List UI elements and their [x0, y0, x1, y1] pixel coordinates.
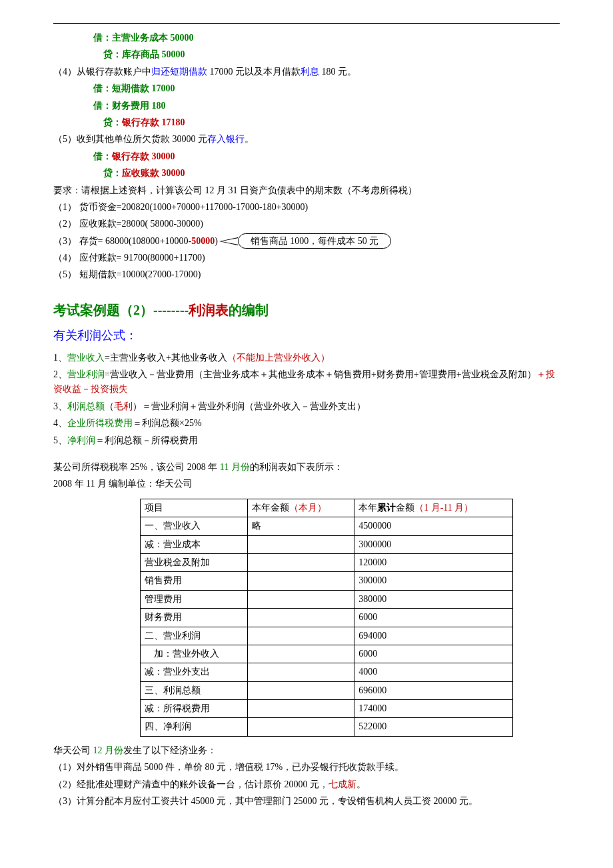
- text-highlight: 11 月份: [220, 462, 250, 472]
- table-cell: [247, 645, 354, 663]
- table-cell: [247, 553, 354, 571]
- table-cell: [247, 609, 354, 627]
- income-statement-table: 项目 本年金额（本月） 本年累计金额（1 月-11 月） 一、营业收入略4500…: [140, 499, 513, 737]
- table-cell: [247, 535, 354, 553]
- table-cell: [247, 572, 354, 590]
- table-row: 四、净利润522000: [141, 718, 513, 736]
- table-cell: 减：营业成本: [141, 535, 248, 553]
- text: 2、: [53, 369, 67, 379]
- text: 17000 元以及本月借款: [207, 67, 301, 77]
- text: 3、: [53, 401, 67, 411]
- business-item: （1）对外销售甲商品 5000 件，单价 80 元，增值税 17%，已办妥银行托…: [53, 760, 560, 775]
- table-cell: 522000: [354, 718, 513, 736]
- table-cell: 174000: [354, 700, 513, 718]
- table-cell: 销售费用: [141, 572, 248, 590]
- text-highlight: 银行存款 17180: [122, 117, 185, 127]
- title-part-a: 考试案例题（2）--------: [53, 303, 189, 317]
- formula-5: 5、净利润＝利润总额－所得税费用: [53, 433, 560, 448]
- title-part-c: 的编制: [229, 303, 269, 317]
- table-cell: [247, 590, 354, 608]
- table-cell: 380000: [354, 590, 513, 608]
- text: =营业收入－营业费用（主营业务成本＋其他业务成本＋销售费用+财务费用+管理费用+…: [105, 369, 536, 379]
- journal-entry: 贷：库存商品 50000: [53, 47, 560, 62]
- table-cell: 一、营业收入: [141, 517, 248, 535]
- formula-1: 1、营业收入=主营业务收入+其他业务收入（不能加上营业外收入）: [53, 351, 560, 365]
- business-item: （3）计算分配本月应付工资共计 45000 元，其中管理部门 25000 元，专…: [53, 794, 560, 809]
- text: 180 元。: [319, 67, 356, 77]
- callout-text: 销售商品 1000，每件成本 50 元: [238, 233, 392, 249]
- text: 发生了以下经济业务：: [123, 745, 217, 755]
- term: 营业利润: [67, 369, 105, 379]
- table-cell: 3000000: [354, 535, 513, 553]
- table-cell: 二、营业利润: [141, 627, 248, 645]
- journal-entry: 借：短期借款 17000: [53, 81, 560, 96]
- bottom-intro: 华天公司 12 月份发生了以下经济业务：: [53, 743, 560, 758]
- text: （5）收到其他单位所欠货款 30000 元: [53, 134, 207, 144]
- table-cell: 4000: [354, 663, 513, 681]
- text: （: [105, 401, 114, 411]
- text: 1、: [53, 353, 67, 363]
- table-row: 减：所得税费用174000: [141, 700, 513, 718]
- text: （4）从银行存款账户中: [53, 67, 151, 77]
- journal-entry: 贷：银行存款 17180: [53, 115, 560, 130]
- text-highlight: 七成新: [328, 779, 356, 789]
- table-header: 项目 本年金额（本月） 本年累计金额（1 月-11 月）: [141, 499, 513, 517]
- col-month: 本年金额（本月）: [247, 499, 354, 517]
- term: 营业收入: [67, 353, 105, 363]
- title-part-b: 利润表: [189, 303, 229, 317]
- text-highlight: 应收账款 30000: [122, 168, 185, 178]
- table-row: 加：营业外收入6000: [141, 645, 513, 663]
- text-highlight: 12 月份: [93, 745, 124, 755]
- text: 华天公司: [53, 745, 93, 755]
- text-highlight: （本月）: [289, 503, 326, 513]
- table-row: 销售费用300000: [141, 572, 513, 590]
- table-cell: 加：营业外收入: [141, 645, 248, 663]
- table-cell: 管理费用: [141, 590, 248, 608]
- table-cell: 营业税金及附加: [141, 553, 248, 571]
- term: 净利润: [67, 435, 95, 445]
- text: 5、: [53, 435, 67, 445]
- text: 金额: [396, 503, 414, 513]
- text: 借：: [93, 151, 112, 161]
- journal-entry: 借：银行存款 30000: [53, 149, 560, 164]
- text: ＝利润总额－所得税费用: [95, 435, 198, 445]
- table-row: 管理费用380000: [141, 590, 513, 608]
- item-4: （4）从银行存款账户中归还短期借款 17000 元以及本月借款利息 180 元。: [53, 65, 560, 79]
- text: （2）经批准处理财产清查中的账外设备一台，估计原价 20000 元，: [53, 779, 328, 789]
- text: 本年金额: [252, 503, 289, 513]
- table-row: 减：营业成本3000000: [141, 535, 513, 553]
- text: ): [215, 234, 218, 249]
- callout-tail-icon: [219, 237, 238, 245]
- text: 4、: [53, 418, 67, 428]
- text-highlight: 银行存款 30000: [112, 151, 175, 161]
- table-cell: 4500000: [354, 517, 513, 535]
- text: 。: [356, 779, 366, 789]
- subtitle: 有关利润公式：: [53, 326, 560, 345]
- text-highlight: 存入银行: [207, 134, 245, 144]
- text-highlight: （1 月-11 月）: [414, 503, 473, 513]
- formula-4: 4、企业所得税费用＝利润总额×25%: [53, 416, 560, 431]
- text: 的利润表如下表所示：: [250, 462, 343, 472]
- table-cell: 三、利润总额: [141, 681, 248, 699]
- term: 毛利: [114, 401, 133, 411]
- table-row: 财务费用6000: [141, 609, 513, 627]
- calc-line: （5） 短期借款=10000(27000-17000): [53, 267, 560, 282]
- intro-1: 某公司所得税税率 25%，该公司 2008 年 11 月份的利润表如下表所示：: [53, 460, 560, 475]
- calc-line-3: （3） 存货= 68000(108000+10000-50000) 销售商品 1…: [53, 234, 560, 249]
- text: ＝利润总额×25%: [133, 418, 202, 428]
- text-highlight: 50000: [191, 234, 215, 249]
- table-cell: [247, 718, 354, 736]
- table-cell: [247, 700, 354, 718]
- table-cell: 财务费用: [141, 609, 248, 627]
- text: 贷：: [103, 117, 122, 127]
- table-row: 三、利润总额696000: [141, 681, 513, 699]
- calc-line: （4） 应付账款= 91700(80000+11700): [53, 251, 560, 265]
- calc-line: （2） 应收账款=28000( 58000-30000): [53, 217, 560, 231]
- note: （不能加上营业外收入）: [227, 353, 330, 363]
- table-cell: 300000: [354, 572, 513, 590]
- item-5: （5）收到其他单位所欠货款 30000 元存入银行。: [53, 132, 560, 147]
- col-cumulative: 本年累计金额（1 月-11 月）: [354, 499, 513, 517]
- table-cell: 696000: [354, 681, 513, 699]
- journal-entry: 借：财务费用 180: [53, 99, 560, 113]
- term: 利润总额: [67, 401, 105, 411]
